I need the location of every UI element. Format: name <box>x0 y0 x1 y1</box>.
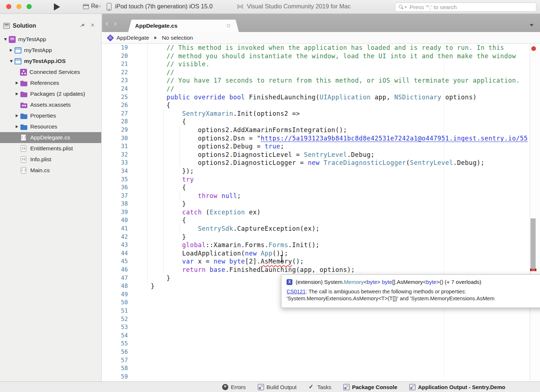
line-number[interactable]: 19 <box>102 44 128 52</box>
sidebar-item-resources[interactable]: Resources <box>0 121 101 132</box>
tab-list-dropdown-icon[interactable] <box>530 24 533 27</box>
line-number[interactable]: 32 <box>102 151 128 159</box>
code-line[interactable]: 51 <box>102 307 540 315</box>
line-number[interactable]: 20 <box>102 52 128 60</box>
code-line[interactable]: 35 try <box>102 175 540 184</box>
sidebar-item-main-cs[interactable]: Main.cs <box>0 165 101 176</box>
code-line[interactable]: 25 public override bool FinishedLaunchin… <box>102 93 540 102</box>
line-number[interactable]: 24 <box>102 85 128 93</box>
line-number[interactable]: 33 <box>102 159 128 167</box>
code-line[interactable]: 57 <box>102 356 540 365</box>
code-line[interactable]: 22 // <box>102 68 540 77</box>
sidebar-item-info-plist[interactable]: Info.plist <box>0 154 101 165</box>
line-number[interactable]: 23 <box>102 76 128 85</box>
code-line[interactable]: 37 throw null; <box>102 192 540 200</box>
line-number[interactable]: 47 <box>102 274 128 282</box>
line-number[interactable]: 57 <box>102 356 128 365</box>
code-line[interactable]: 30 options2.Dsn = "https://5a193123a9b84… <box>102 134 540 143</box>
line-number[interactable]: 51 <box>102 307 128 315</box>
line-number[interactable]: 54 <box>102 332 128 340</box>
code-line[interactable]: 46 return base.FinishedLaunching(app, op… <box>102 266 540 274</box>
code-editor[interactable]: 19 // This method is invoked when the ap… <box>102 44 540 381</box>
line-number[interactable]: 31 <box>102 142 128 151</box>
sidebar-item-assets-xcassets[interactable]: Assets.xcassets <box>0 99 101 110</box>
configuration-selector[interactable]: Re <box>91 3 98 9</box>
navigate-forward-button[interactable]: › <box>114 20 117 27</box>
code-line[interactable]: 45 var x = new byte[2].AsMemory(); <box>102 257 540 266</box>
sidebar-item-mytestapp-ios[interactable]: myTestApp.iOS <box>0 56 101 67</box>
line-number[interactable]: 39 <box>102 208 128 217</box>
code-line[interactable]: 40 { <box>102 216 540 225</box>
line-number[interactable]: 55 <box>102 340 128 348</box>
breadcrumb-class[interactable]: AppDelegate <box>117 35 149 41</box>
line-number[interactable]: 49 <box>102 290 128 299</box>
statusbar-item-application-output-sentry-demo[interactable]: Application Output - Sentry.Demo <box>409 384 505 390</box>
code-line[interactable]: 41 SentrySdk.CaptureException(ex); <box>102 225 540 233</box>
breadcrumb-selection[interactable]: No selection <box>162 35 193 41</box>
code-line[interactable]: 26 { <box>102 101 540 110</box>
code-line[interactable]: 54 <box>102 332 540 340</box>
run-button[interactable] <box>54 3 60 11</box>
code-line[interactable]: 31 options2.Debug = true; <box>102 142 540 151</box>
line-number[interactable]: 50 <box>102 298 128 307</box>
code-line[interactable]: 55 <box>102 340 540 348</box>
line-number[interactable]: 40 <box>102 216 128 225</box>
line-number[interactable]: 43 <box>102 241 128 249</box>
code-line[interactable]: 28 { <box>102 118 540 126</box>
sidebar-item-properties[interactable]: Properties <box>0 110 101 121</box>
navigate-back-button[interactable]: ‹ <box>106 20 108 27</box>
line-number[interactable]: 37 <box>102 192 128 200</box>
line-number[interactable]: 29 <box>102 126 128 134</box>
code-line[interactable]: 19 // This method is invoked when the ap… <box>102 44 540 52</box>
disclosure-down-icon[interactable] <box>8 60 14 63</box>
code-line[interactable]: 38 } <box>102 200 540 208</box>
disclosure-right-icon[interactable] <box>14 92 20 95</box>
line-number[interactable]: 53 <box>102 323 128 332</box>
line-number[interactable]: 21 <box>102 60 128 68</box>
sidebar-item-mytestapp[interactable]: myTestApp <box>0 34 101 45</box>
scrollbar-thumb[interactable] <box>531 218 536 270</box>
code-line[interactable]: 20 // method you should instantiate the … <box>102 52 540 60</box>
line-number[interactable]: 30 <box>102 134 128 143</box>
code-line[interactable]: 33 options2.DiagnosticLogger = new Trace… <box>102 159 540 167</box>
line-number[interactable]: 36 <box>102 183 128 192</box>
scrollbar-annotation-column[interactable] <box>530 44 540 381</box>
disclosure-down-icon[interactable] <box>2 38 8 41</box>
pin-icon[interactable] <box>80 23 85 28</box>
disclosure-right-icon[interactable] <box>8 49 14 52</box>
statusbar-item-package-console[interactable]: Package Console <box>343 384 397 390</box>
line-number[interactable]: 35 <box>102 175 128 184</box>
code-line[interactable]: 43 global::Xamarin.Forms.Forms.Init(); <box>102 241 540 249</box>
code-line[interactable]: 24 // <box>102 85 540 93</box>
disclosure-right-icon[interactable] <box>14 125 20 128</box>
code-line[interactable]: 21 // visible. <box>102 60 540 68</box>
error-code-link[interactable]: CS0121 <box>287 289 306 294</box>
line-number[interactable]: 45 <box>102 257 128 266</box>
statusbar-item-build-output[interactable]: Build Output <box>258 384 297 390</box>
code-line[interactable]: 34 }); <box>102 167 540 175</box>
line-number[interactable]: 48 <box>102 282 128 290</box>
sidebar-item-packages-2-updates[interactable]: Packages (2 updates) <box>0 88 101 99</box>
sentry-dsn-link[interactable]: https://5a193123a9b841bc8d8e42531e7242a1… <box>261 135 528 142</box>
sidebar-item-references[interactable]: References <box>0 78 101 88</box>
code-line[interactable]: 39 catch (Exception ex) <box>102 208 540 217</box>
code-line[interactable]: 56 <box>102 348 540 356</box>
statusbar-item-errors[interactable]: Errors <box>222 384 246 390</box>
code-line[interactable]: 44 LoadApplication(new App()); <box>102 249 540 258</box>
code-line[interactable]: 27 SentryXamarin.Init(options2 => <box>102 110 540 118</box>
device-selector[interactable]: iPod touch (7th generation) iOS 15.0 <box>115 3 213 10</box>
tab-appdelegate[interactable]: AppDelegate.cs <box>128 20 239 32</box>
line-number[interactable]: 42 <box>102 233 128 241</box>
line-number[interactable]: 26 <box>102 101 128 110</box>
sidebar-item-appdelegate-cs[interactable]: AppDelegate.cs <box>0 132 101 143</box>
sidebar-item-connected-services[interactable]: Connected Services <box>0 67 101 78</box>
close-window-button[interactable] <box>6 4 11 9</box>
line-number[interactable]: 58 <box>102 364 128 373</box>
line-number[interactable]: 59 <box>102 373 128 381</box>
maximize-window-button[interactable] <box>27 4 32 9</box>
line-number[interactable]: 22 <box>102 68 128 77</box>
disclosure-right-icon[interactable] <box>14 114 20 117</box>
line-number[interactable]: 44 <box>102 249 128 258</box>
line-number[interactable]: 25 <box>102 93 128 102</box>
code-line[interactable]: 42 } <box>102 233 540 241</box>
